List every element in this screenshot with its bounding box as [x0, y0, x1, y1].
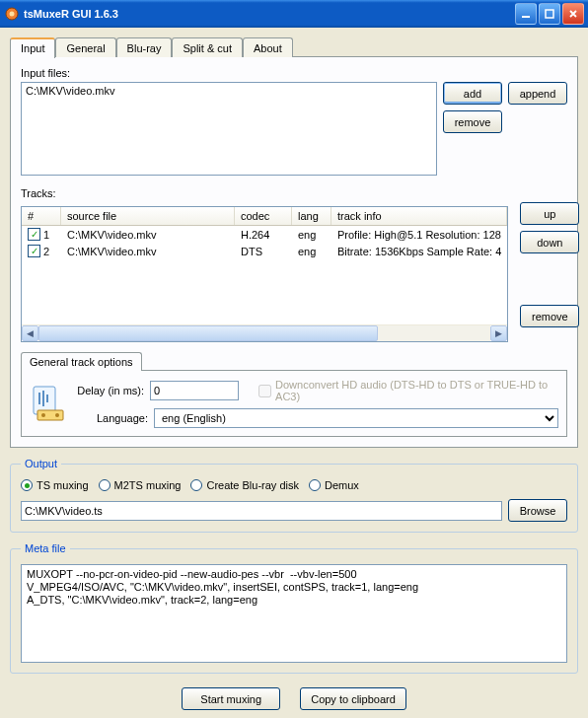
output-path-input[interactable] — [21, 501, 502, 521]
radio-icon — [99, 479, 110, 491]
track-checkbox[interactable]: ✓ — [28, 228, 40, 241]
browse-button[interactable]: Browse — [508, 499, 567, 522]
audio-track-icon — [30, 385, 67, 422]
tracks-label: Tracks: — [21, 187, 567, 199]
track-checkbox[interactable]: ✓ — [28, 245, 40, 257]
minimize-button[interactable] — [515, 3, 537, 25]
table-row[interactable]: ✓1 C:\MKV\video.mkv H.264 eng Profile: H… — [22, 226, 507, 243]
table-row[interactable]: ✓2 C:\MKV\video.mkv DTS eng Bitrate: 153… — [22, 243, 507, 259]
downconvert-label: Downconvert HD audio (DTS-HD to DTS or T… — [275, 379, 558, 402]
tracks-table: # source file codec lang track info ✓1 C… — [21, 206, 508, 342]
down-button[interactable]: down — [520, 231, 579, 253]
titlebar[interactable]: tsMuxeR GUI 1.6.3 — [0, 0, 588, 28]
up-button[interactable]: up — [520, 202, 579, 225]
radio-bluray[interactable]: Create Blu-ray disk — [190, 479, 299, 491]
delay-label: Delay (in ms): — [73, 385, 144, 396]
radio-demux[interactable]: Demux — [309, 479, 359, 491]
window-title: tsMuxeR GUI 1.6.3 — [24, 8, 513, 20]
input-files-list[interactable]: C:\MKV\video.mkv — [21, 82, 437, 176]
radio-icon — [21, 479, 33, 491]
svg-point-1 — [10, 12, 15, 17]
remove-input-button[interactable]: remove — [443, 110, 502, 133]
svg-point-6 — [41, 413, 45, 417]
tab-input[interactable]: Input — [10, 37, 55, 58]
th-lang[interactable]: lang — [292, 207, 331, 225]
tab-general[interactable]: General — [55, 37, 115, 57]
input-files-label: Input files: — [21, 67, 567, 79]
th-info[interactable]: track info — [331, 207, 507, 225]
tab-bluray[interactable]: Blu-ray — [116, 37, 173, 57]
tab-panel-input: Input files: C:\MKV\video.mkv add append… — [10, 56, 578, 448]
remove-track-button[interactable]: remove — [520, 305, 579, 327]
gto-panel: Delay (in ms): Downconvert HD audio (DTS… — [21, 370, 567, 437]
svg-point-7 — [55, 413, 59, 417]
language-label: Language: — [73, 412, 148, 424]
output-fieldset: Output TS muxing M2TS muxing Create Blu-… — [10, 458, 578, 533]
append-button[interactable]: append — [508, 82, 567, 105]
tab-splitcut[interactable]: Split & cut — [172, 37, 243, 57]
horizontal-scrollbar[interactable]: ◀ ▶ — [22, 324, 507, 341]
main-tabs: Input General Blu-ray Split & cut About — [10, 37, 578, 57]
maximize-button[interactable] — [539, 3, 560, 25]
meta-fieldset: Meta file MUXOPT --no-pcr-on-video-pid -… — [10, 542, 578, 674]
gto-tab[interactable]: General track options — [21, 352, 142, 371]
app-icon — [4, 6, 20, 22]
radio-icon — [190, 479, 202, 491]
radio-m2ts-muxing[interactable]: M2TS muxing — [99, 479, 182, 491]
scroll-left-icon[interactable]: ◀ — [22, 325, 38, 341]
tracks-header: # source file codec lang track info — [22, 207, 507, 226]
svg-rect-3 — [546, 10, 553, 18]
radio-ts-muxing[interactable]: TS muxing — [21, 479, 89, 491]
tab-about[interactable]: About — [243, 37, 293, 57]
th-codec[interactable]: codec — [235, 207, 292, 225]
downconvert-checkbox — [258, 385, 271, 397]
th-num[interactable]: # — [22, 207, 61, 225]
start-muxing-button[interactable]: Start muxing — [182, 687, 280, 710]
svg-rect-5 — [37, 410, 63, 420]
close-button[interactable] — [562, 3, 584, 25]
input-file-item[interactable]: C:\MKV\video.mkv — [26, 85, 432, 97]
delay-input[interactable] — [150, 381, 239, 400]
meta-legend: Meta file — [21, 542, 70, 554]
output-legend: Output — [21, 458, 61, 469]
copy-clipboard-button[interactable]: Copy to clipboard — [300, 687, 406, 710]
svg-rect-2 — [522, 16, 530, 18]
scroll-right-icon[interactable]: ▶ — [490, 325, 507, 341]
radio-icon — [309, 479, 321, 491]
tracks-body: ✓1 C:\MKV\video.mkv H.264 eng Profile: H… — [22, 226, 507, 324]
scroll-track[interactable] — [38, 325, 490, 341]
language-select[interactable]: eng (English) — [154, 408, 558, 428]
meta-textarea[interactable]: MUXOPT --no-pcr-on-video-pid --new-audio… — [21, 564, 567, 663]
add-button[interactable]: add — [443, 82, 502, 105]
th-source[interactable]: source file — [61, 207, 235, 225]
scroll-thumb[interactable] — [38, 325, 378, 341]
